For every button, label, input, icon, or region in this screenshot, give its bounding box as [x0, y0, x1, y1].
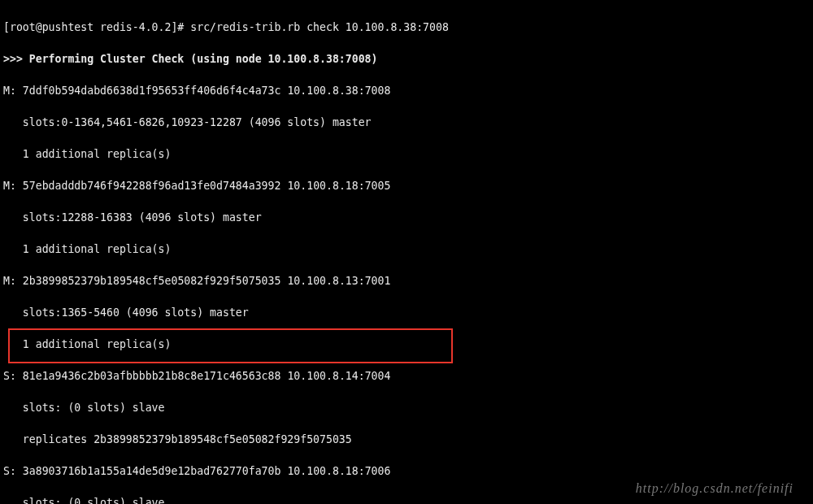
node-slots: slots: (0 slots) slave [3, 495, 813, 505]
node-extra: 1 additional replica(s) [3, 146, 813, 163]
watermark-text: http://blog.csdn.net/feinifi [636, 480, 793, 497]
node-slots: slots:1365-5460 (4096 slots) master [3, 305, 813, 321]
node-line: S: 81e1a9436c2b03afbbbbb21b8c8e171c46563… [3, 368, 813, 385]
header-line: >>> Performing Cluster Check (using node… [3, 51, 813, 67]
prompt-line: [root@pushtest redis-4.0.2]# src/redis-t… [3, 20, 813, 36]
terminal-output[interactable]: [root@pushtest redis-4.0.2]# src/redis-t… [0, 0, 813, 504]
node-extra: 1 additional replica(s) [3, 241, 813, 258]
node-slots: slots: (0 slots) slave [3, 400, 813, 416]
command-text: src/redis-trib.rb check 10.100.8.38:7008 [190, 21, 449, 33]
node-slots: slots:12288-16383 (4096 slots) master [3, 210, 813, 226]
shell-prompt: [root@pushtest redis-4.0.2]# [3, 21, 190, 33]
node-line: S: 3a8903716b1a155a14de5d9e12bad762770fa… [3, 463, 813, 480]
node-extra: 1 additional replica(s) [3, 337, 813, 353]
node-line: M: 57ebdadddb746f942288f96ad13fe0d7484a3… [3, 178, 813, 194]
node-extra: replicates 2b3899852379b189548cf5e05082f… [3, 432, 813, 448]
node-line: M: 2b3899852379b189548cf5e05082f929f5075… [3, 273, 813, 289]
node-slots: slots:0-1364,5461-6826,10923-12287 (4096… [3, 115, 813, 131]
node-line: M: 7ddf0b594dabd6638d1f95653ff406d6f4c4a… [3, 83, 813, 99]
